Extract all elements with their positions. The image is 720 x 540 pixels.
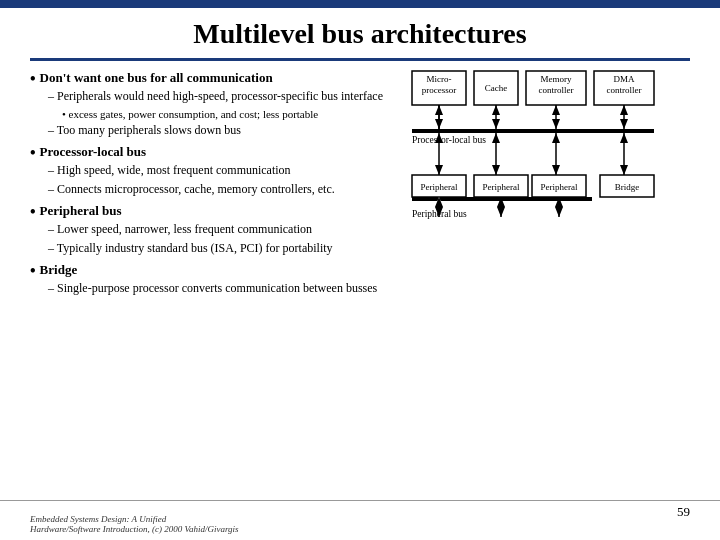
svg-text:Bridge: Bridge	[615, 182, 640, 192]
architecture-diagram: Micro- processor Cache Memory controller…	[410, 69, 688, 289]
svg-marker-30	[492, 165, 500, 175]
bullet-1-text: • Don't want one bus for all communicati…	[30, 69, 400, 88]
bullet-2-dot: •	[30, 143, 36, 162]
bullet-3-2: Typically industry standard bus (ISA, PC…	[30, 240, 400, 257]
top-bar	[0, 0, 720, 8]
svg-marker-31	[492, 133, 500, 143]
bullet-4-dot: •	[30, 261, 36, 280]
bullet-1-1: Peripherals would need high-speed, proce…	[30, 88, 400, 105]
footer-right: 59	[677, 504, 690, 534]
svg-text:Peripheral: Peripheral	[483, 182, 520, 192]
bullet-1-dot: •	[30, 69, 36, 88]
svg-text:processor: processor	[422, 85, 457, 95]
svg-marker-36	[620, 165, 628, 175]
bullet-2-2: Connects microprocessor, cache, memory c…	[30, 181, 400, 198]
bullet-1-1-1-label: excess gates, power consumption, and cos…	[69, 108, 319, 120]
bullet-2-1: High speed, wide, most frequent communic…	[30, 162, 400, 179]
footer: Embedded Systems Design: A Unified Hardw…	[0, 500, 720, 534]
svg-marker-20	[552, 105, 560, 115]
bullet-3-2-label: Typically industry standard bus (ISA, PC…	[57, 241, 333, 255]
bullet-4-label: Bridge	[40, 262, 78, 277]
svg-marker-52	[497, 207, 505, 217]
bullet-3: • Peripheral bus Lower speed, narrower, …	[30, 202, 400, 257]
svg-text:controller: controller	[539, 85, 574, 95]
bullet-2-1-label: High speed, wide, most frequent communic…	[57, 163, 291, 177]
svg-marker-17	[492, 105, 500, 115]
bullet-2-2-label: Connects microprocessor, cache, memory c…	[57, 182, 335, 196]
svg-text:DMA: DMA	[613, 74, 635, 84]
bullet-1: • Don't want one bus for all communicati…	[30, 69, 400, 139]
svg-marker-34	[552, 133, 560, 143]
svg-text:Processor-local bus: Processor-local bus	[412, 135, 486, 145]
bullet-1-1-1: excess gates, power consumption, and cos…	[30, 107, 400, 121]
main-layout: • Don't want one bus for all communicati…	[30, 69, 690, 301]
right-column: Micro- processor Cache Memory controller…	[410, 69, 690, 301]
svg-rect-24	[412, 129, 654, 133]
svg-marker-27	[435, 165, 443, 175]
bullet-1-label: Don't want one bus for all communication	[40, 69, 273, 87]
slide: Multilevel bus architectures • Don't wan…	[0, 0, 720, 540]
svg-marker-37	[620, 133, 628, 143]
svg-text:Peripheral: Peripheral	[541, 182, 578, 192]
bullet-1-2-label: Too many peripherals slows down bus	[57, 123, 241, 137]
bullet-3-text: • Peripheral bus	[30, 202, 400, 221]
svg-text:Memory: Memory	[541, 74, 572, 84]
svg-text:Micro-: Micro-	[427, 74, 452, 84]
bullet-4-1: Single-purpose processor converts commun…	[30, 280, 400, 297]
divider	[30, 58, 690, 61]
bullet-3-1: Lower speed, narrower, less frequent com…	[30, 221, 400, 238]
svg-text:Cache: Cache	[485, 83, 508, 93]
svg-marker-19	[552, 119, 560, 129]
svg-marker-22	[620, 119, 628, 129]
svg-marker-23	[620, 105, 628, 115]
footer-left: Embedded Systems Design: A Unified Hardw…	[30, 504, 239, 534]
bullet-3-1-label: Lower speed, narrower, less frequent com…	[57, 222, 312, 236]
bullet-3-label: Peripheral bus	[40, 203, 122, 218]
slide-title: Multilevel bus architectures	[30, 18, 690, 50]
content: Multilevel bus architectures • Don't wan…	[0, 8, 720, 311]
svg-text:controller: controller	[607, 85, 642, 95]
bullet-2-text: • Processor-local bus	[30, 143, 400, 162]
svg-marker-33	[552, 165, 560, 175]
svg-marker-14	[435, 105, 443, 115]
svg-marker-13	[435, 119, 443, 129]
svg-marker-54	[555, 207, 563, 217]
bullet-3-dot: •	[30, 202, 36, 221]
bullet-1-1-label: Peripherals would need high-speed, proce…	[57, 89, 383, 103]
bullet-4-text: • Bridge	[30, 261, 400, 280]
bullet-4: • Bridge Single-purpose processor conver…	[30, 261, 400, 297]
bullet-1-2: Too many peripherals slows down bus	[30, 122, 400, 139]
bullet-2: • Processor-local bus High speed, wide, …	[30, 143, 400, 198]
bullet-4-1-label: Single-purpose processor converts commun…	[57, 281, 377, 295]
svg-marker-16	[492, 119, 500, 129]
bullet-2-label: Processor-local bus	[40, 144, 147, 159]
svg-text:Peripheral: Peripheral	[421, 182, 458, 192]
left-column: • Don't want one bus for all communicati…	[30, 69, 400, 301]
